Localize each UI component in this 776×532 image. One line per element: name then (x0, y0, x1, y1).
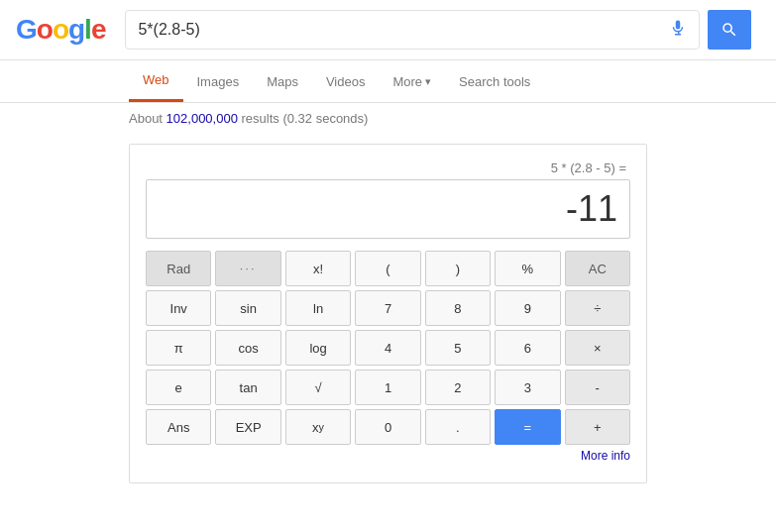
calc-btn-7[interactable]: 7 (355, 290, 420, 326)
calc-buttons: Rad ··· x! ( ) % AC Inv sin ln 7 8 9 ÷ π… (146, 251, 630, 445)
calc-btn-4[interactable]: 4 (355, 330, 420, 366)
nav-more[interactable]: More (379, 62, 445, 101)
nav-images[interactable]: Images (183, 62, 254, 101)
calc-btn-close-paren[interactable]: ) (425, 251, 491, 286)
calc-expression: 5 * (2.8 - 5) = (146, 160, 630, 175)
nav-videos[interactable]: Videos (312, 62, 380, 101)
calc-btn-open-paren[interactable]: ( (355, 251, 420, 286)
calc-btn-ln[interactable]: ln (285, 290, 351, 326)
calc-btn-2[interactable]: 2 (425, 370, 491, 405)
calc-btn-rad[interactable]: Rad (146, 251, 211, 286)
search-input[interactable] (138, 21, 669, 39)
calc-btn-subtract[interactable]: - (565, 370, 630, 405)
calculator-card: 5 * (2.8 - 5) = -11 Rad ··· x! ( ) % AC … (129, 144, 647, 483)
calc-result: -11 (146, 179, 630, 239)
calc-btn-decimal[interactable]: . (425, 409, 491, 445)
calc-btn-e[interactable]: e (146, 370, 211, 405)
calc-btn-equals[interactable]: = (495, 409, 560, 445)
calc-btn-inv[interactable]: Inv (146, 290, 211, 326)
nav-web[interactable]: Web (129, 60, 183, 102)
results-count: 102,000,000 (166, 111, 238, 126)
microphone-icon[interactable] (669, 19, 687, 42)
header: Google (0, 0, 776, 60)
calc-btn-3[interactable]: 3 (495, 370, 560, 405)
calc-btn-pi[interactable]: π (146, 330, 211, 366)
search-icons (669, 19, 687, 42)
calc-btn-ac[interactable]: AC (565, 251, 630, 286)
calc-btn-tan[interactable]: tan (215, 370, 280, 405)
calc-btn-5[interactable]: 5 (425, 330, 491, 366)
calc-btn-1[interactable]: 1 (355, 370, 420, 405)
nav-maps[interactable]: Maps (253, 62, 312, 101)
calc-btn-sqrt[interactable]: √ (285, 370, 351, 405)
calc-btn-6[interactable]: 6 (495, 330, 560, 366)
calc-btn-dots[interactable]: ··· (215, 251, 280, 286)
calc-btn-cos[interactable]: cos (215, 330, 280, 366)
calc-btn-add[interactable]: + (565, 409, 630, 445)
calc-btn-divide[interactable]: ÷ (565, 290, 630, 326)
calc-btn-9[interactable]: 9 (495, 290, 560, 326)
calc-btn-factorial[interactable]: x! (285, 251, 351, 286)
calc-btn-percent[interactable]: % (495, 251, 560, 286)
navigation: Web Images Maps Videos More Search tools (0, 60, 776, 103)
more-info-row: More info (146, 445, 630, 467)
search-button[interactable] (708, 10, 751, 50)
calc-btn-log[interactable]: log (285, 330, 351, 366)
more-info-link[interactable]: More info (581, 449, 630, 463)
calc-btn-sin[interactable]: sin (215, 290, 280, 326)
search-bar (125, 10, 700, 50)
calc-btn-0[interactable]: 0 (355, 409, 420, 445)
results-info: About 102,000,000 results (0.32 seconds) (0, 103, 776, 134)
calc-btn-ans[interactable]: Ans (146, 409, 211, 445)
calc-btn-power[interactable]: xy (285, 409, 351, 445)
calc-btn-exp[interactable]: EXP (215, 409, 280, 445)
calc-btn-8[interactable]: 8 (425, 290, 491, 326)
google-logo: Google (16, 14, 105, 46)
calc-btn-multiply[interactable]: × (565, 330, 630, 366)
nav-search-tools[interactable]: Search tools (445, 62, 544, 101)
